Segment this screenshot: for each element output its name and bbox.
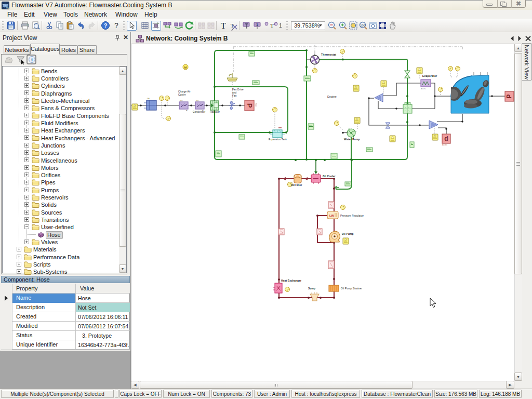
svg-text:A0192: A0192 bbox=[421, 88, 426, 90]
svg-text:M: M bbox=[184, 66, 187, 69]
svg-text:v7: v7 bbox=[6, 6, 9, 9]
svg-text:Evaporator: Evaporator bbox=[422, 74, 437, 77]
svg-text:Fan Drive: Fan Drive bbox=[232, 88, 244, 91]
svg-text:PRV: PRV bbox=[255, 103, 257, 107]
svg-text:P: P bbox=[506, 94, 513, 98]
svg-text:Pressure Regulator: Pressure Regulator bbox=[340, 215, 364, 217]
svg-text:and: and bbox=[232, 91, 237, 94]
svg-text:Expansion Tank: Expansion Tank bbox=[269, 138, 287, 141]
svg-text:Radiator: Radiator bbox=[210, 111, 220, 113]
svg-text:Fan: Fan bbox=[232, 95, 237, 97]
svg-text:Sump: Sump bbox=[308, 287, 315, 290]
svg-text:d: d bbox=[444, 135, 448, 142]
svg-text:T: T bbox=[221, 21, 226, 30]
svg-text:+: + bbox=[186, 109, 188, 112]
svg-text:Cooler: Cooler bbox=[178, 94, 186, 96]
svg-text:Oil Cooler: Oil Cooler bbox=[323, 175, 336, 178]
svg-text:Thermostat: Thermostat bbox=[321, 53, 336, 56]
svg-text:Charge Air: Charge Air bbox=[178, 90, 191, 93]
svg-text:A0165: A0165 bbox=[442, 144, 447, 146]
svg-text:0A: 0A bbox=[147, 97, 150, 100]
svg-text:Heat Exchanger: Heat Exchanger bbox=[281, 280, 301, 282]
svg-text:P: P bbox=[246, 103, 254, 108]
svg-text:Engine: Engine bbox=[327, 95, 337, 98]
svg-text:100: 100 bbox=[360, 24, 365, 27]
svg-text:W0: W0 bbox=[180, 100, 182, 102]
svg-text:Oil Filter: Oil Filter bbox=[291, 184, 302, 187]
svg-text:Condenser: Condenser bbox=[193, 111, 206, 113]
svg-text:LW: LW bbox=[329, 214, 334, 217]
svg-text:1: 1 bbox=[256, 22, 259, 27]
svg-text:1: 1 bbox=[279, 23, 282, 29]
svg-text:?: ? bbox=[104, 22, 108, 29]
svg-text:W0: W0 bbox=[196, 100, 198, 102]
svg-text:?: ? bbox=[114, 21, 118, 30]
svg-text:Water Pump: Water Pump bbox=[344, 138, 360, 141]
svg-text:Oil Pump: Oil Pump bbox=[342, 233, 354, 235]
svg-text:Oil Pump Strainer: Oil Pump Strainer bbox=[341, 287, 362, 290]
